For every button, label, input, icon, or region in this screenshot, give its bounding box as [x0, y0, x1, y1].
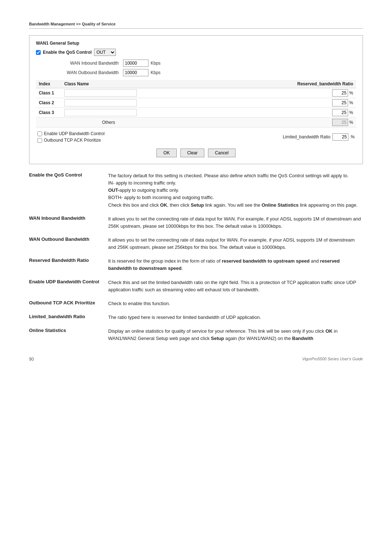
desc-term: Outbound TCP ACK Prioritize — [29, 300, 102, 307]
desc-term: Enable the QoS Control — [29, 172, 102, 209]
tcp-ack-checkbox[interactable] — [37, 138, 42, 143]
class-table: Index Class Name Reserved_bandwidth Rati… — [36, 80, 356, 127]
class-ratio-input[interactable] — [332, 89, 348, 97]
class-index: Class 1 — [36, 88, 61, 98]
ratio-unit: % — [349, 100, 353, 105]
footer-guide: VigorPro5500 Series User's Guide — [302, 357, 363, 362]
others-index — [36, 118, 61, 127]
udp-bandwidth-label: Enable UDP Bandwidth Control — [44, 131, 105, 136]
desc-row: Outbound TCP ACK PrioritizeCheck to enab… — [29, 300, 363, 307]
footer-page: 90 — [29, 357, 34, 362]
table-row: Class 2 % — [36, 98, 356, 108]
direction-select[interactable]: OUT IN BOTH — [94, 49, 116, 56]
class-ratio-cell: % — [156, 98, 356, 108]
limited-bw-label: Limited_bandwidth Ratio — [283, 134, 330, 139]
desc-def: Check this and set the limited bandwidth… — [108, 279, 363, 293]
desc-row: Limited_bandwidth RatioThe ratio typed h… — [29, 314, 363, 321]
desc-row: WAN Outbound BandwidthIt allows you to s… — [29, 236, 363, 251]
desc-row: Online StatisticsDisplay an online stati… — [29, 328, 363, 342]
class-ratio-cell: % — [156, 108, 356, 118]
class-ratio-cell: % — [156, 88, 356, 98]
breadcrumb: Bandwidth Management >> Quality of Servi… — [29, 22, 363, 29]
others-ratio-unit: % — [349, 120, 353, 125]
desc-def: Check to enable this function. — [108, 300, 170, 307]
desc-def: It allows you to set the connecting rate… — [108, 215, 363, 230]
panel-title: WAN1 General Setup — [36, 41, 356, 46]
cancel-button[interactable]: Cancel — [208, 149, 235, 157]
class-name-input-cell — [61, 108, 156, 118]
col-index: Index — [36, 80, 61, 88]
table-row: Class 3 % — [36, 108, 356, 118]
desc-def: The ratio typed here is reserved for lim… — [108, 314, 261, 321]
limited-bw-input[interactable] — [332, 133, 348, 141]
class-name-input[interactable] — [64, 109, 137, 116]
desc-row: Reserved Bandwidth RatioIt is reserved f… — [29, 258, 363, 272]
desc-row: Enable the QoS ControlThe factory defaul… — [29, 172, 363, 209]
wan-outbound-label: WAN Outbound Bandwidth — [43, 70, 123, 75]
desc-term: WAN Outbound Bandwidth — [29, 236, 102, 251]
col-classname: Class Name — [61, 80, 156, 88]
class-name-input-cell — [61, 88, 156, 98]
desc-def: Display an online statistics for quality… — [108, 328, 363, 342]
desc-term: Reserved Bandwidth Ratio — [29, 258, 102, 272]
others-row: Others % — [36, 118, 356, 127]
ok-button[interactable]: OK — [156, 149, 176, 157]
desc-term: Online Statistics — [29, 328, 102, 342]
class-index: Class 3 — [36, 108, 61, 118]
enable-qos-label: Enable the QoS Control — [43, 50, 92, 55]
desc-term: Limited_bandwidth Ratio — [29, 314, 102, 321]
class-name-input[interactable] — [64, 99, 137, 106]
desc-term: WAN Inbound Bandwidth — [29, 215, 102, 230]
limited-bw-unit: % — [351, 134, 355, 139]
class-ratio-input[interactable] — [332, 109, 348, 116]
desc-row: WAN Inbound BandwidthIt allows you to se… — [29, 215, 363, 230]
udp-bandwidth-checkbox[interactable] — [37, 131, 42, 136]
desc-def: It allows you to set the connecting rate… — [108, 236, 363, 251]
tcp-ack-label: Outbound TCP ACK Prioritize — [44, 138, 101, 143]
wan-inbound-label: WAN Inbound Bandwidth — [43, 61, 123, 66]
class-name-input-cell — [61, 98, 156, 108]
col-ratio: Reserved_bandwidth Ratio — [156, 80, 356, 88]
wan-outbound-input[interactable] — [123, 69, 148, 76]
desc-row: Enable UDP Bandwidth ControlCheck this a… — [29, 279, 363, 293]
others-ratio-cell: % — [156, 118, 356, 127]
desc-def: The factory default for this setting is … — [108, 172, 358, 209]
clear-button[interactable]: Clear — [180, 149, 205, 157]
description-section: Enable the QoS ControlThe factory defaul… — [29, 172, 363, 342]
table-row: Class 1 % — [36, 88, 356, 98]
class-name-input[interactable] — [64, 89, 137, 97]
ratio-unit: % — [349, 90, 353, 96]
class-index: Class 2 — [36, 98, 61, 108]
wan-outbound-unit: Kbps — [151, 70, 160, 75]
class-ratio-input[interactable] — [332, 99, 348, 106]
wan1-panel: WAN1 General Setup Enable the QoS Contro… — [29, 35, 363, 164]
ratio-unit: % — [349, 110, 353, 115]
desc-term: Enable UDP Bandwidth Control — [29, 279, 102, 293]
wan-inbound-input[interactable] — [123, 60, 148, 67]
wan-inbound-unit: Kbps — [151, 61, 160, 66]
others-classname: Others — [61, 118, 156, 127]
enable-qos-checkbox[interactable] — [36, 50, 41, 55]
desc-def: It is reserved for the group index in th… — [108, 258, 363, 272]
others-ratio-input[interactable] — [332, 119, 348, 126]
